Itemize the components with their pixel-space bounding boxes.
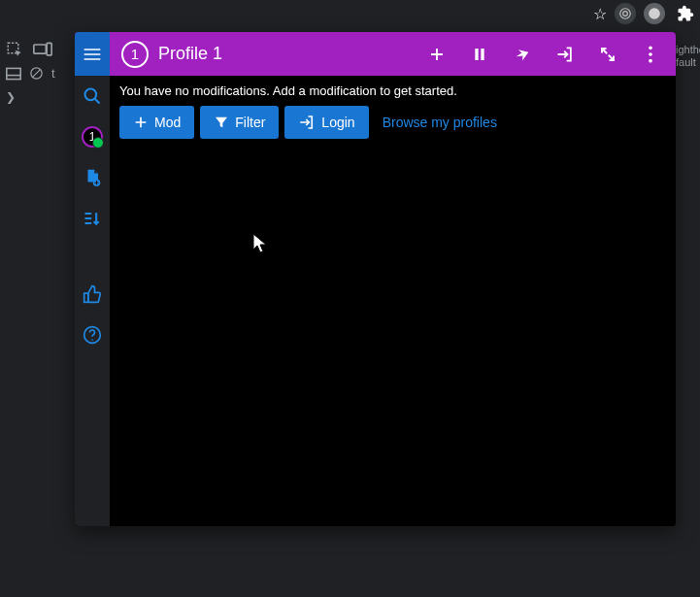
share-icon[interactable] — [513, 45, 532, 64]
devtools-tab-label[interactable]: t — [51, 66, 55, 81]
svg-rect-5 — [47, 43, 51, 55]
bookmark-star-icon[interactable]: ☆ — [593, 5, 607, 23]
extension-panel: 1 Profile 1 — [75, 32, 676, 526]
svg-line-9 — [32, 69, 41, 78]
login-icon — [298, 114, 316, 131]
filter-button[interactable]: Filter — [200, 106, 279, 139]
partial-tab-text: ightho fault — [676, 44, 700, 83]
more-icon[interactable] — [641, 45, 660, 64]
login-button[interactable]: Login — [284, 106, 368, 139]
svg-point-28 — [91, 339, 93, 341]
add-file-icon[interactable] — [82, 167, 103, 188]
add-icon[interactable] — [427, 45, 447, 64]
mod-button[interactable]: Mod — [119, 106, 194, 139]
profile-number: 1 — [131, 46, 139, 62]
content-area: You have no modifications. Add a modific… — [110, 76, 676, 526]
rail-badge-number: 1 — [89, 130, 96, 144]
svg-point-17 — [649, 46, 652, 50]
menu-button[interactable] — [75, 32, 110, 76]
plus-icon — [133, 115, 149, 130]
profile-number-badge[interactable]: 1 — [121, 41, 149, 68]
extension-icon-1[interactable] — [615, 3, 636, 24]
hint-text: You have no modifications. Add a modific… — [119, 83, 666, 98]
svg-point-0 — [620, 9, 631, 19]
button-row: Mod Filter Login Browse my profiles — [119, 106, 666, 139]
filter-button-label: Filter — [235, 115, 265, 130]
mouse-cursor-icon — [252, 233, 268, 254]
appbar-actions — [427, 45, 670, 64]
login-button-label: Login — [321, 115, 354, 130]
import-icon[interactable] — [555, 45, 575, 64]
svg-point-2 — [649, 8, 660, 19]
svg-point-19 — [649, 58, 652, 62]
profile-rail-badge[interactable]: 1 — [82, 126, 103, 148]
browser-top-bar: ☆ — [0, 0, 700, 27]
search-icon[interactable] — [82, 85, 103, 107]
browse-profiles-link[interactable]: Browse my profiles — [383, 115, 497, 130]
device-toolbar-icon[interactable] — [33, 42, 52, 57]
svg-point-1 — [623, 12, 628, 17]
console-chevron-icon[interactable]: ❯ — [0, 84, 75, 110]
sort-icon[interactable] — [82, 208, 103, 229]
svg-point-20 — [85, 89, 97, 101]
thumbs-up-icon[interactable] — [82, 283, 103, 305]
svg-point-18 — [649, 52, 652, 56]
svg-rect-26 — [84, 293, 88, 302]
pause-icon[interactable] — [470, 45, 489, 64]
side-rail: 1 — [75, 76, 110, 526]
panel-body: 1 You have no modifications. Add a modif… — [75, 76, 676, 526]
svg-rect-4 — [34, 45, 47, 53]
extensions-puzzle-icon[interactable] — [673, 5, 694, 22]
filter-icon — [214, 115, 229, 130]
svg-line-21 — [95, 99, 100, 104]
help-icon[interactable] — [82, 324, 103, 346]
svg-rect-6 — [7, 68, 20, 79]
inspect-element-icon[interactable] — [6, 41, 23, 58]
svg-rect-16 — [481, 49, 483, 60]
devtools-sidebar: t ❯ — [0, 37, 75, 597]
fullscreen-icon[interactable] — [598, 45, 617, 64]
app-bar: 1 Profile 1 — [75, 32, 676, 76]
block-icon[interactable] — [29, 66, 44, 81]
panel-layout-icon[interactable] — [6, 67, 21, 81]
svg-rect-15 — [475, 49, 478, 60]
extension-icon-2[interactable] — [644, 3, 665, 24]
app-title: Profile 1 — [158, 44, 427, 64]
mod-button-label: Mod — [154, 115, 181, 130]
